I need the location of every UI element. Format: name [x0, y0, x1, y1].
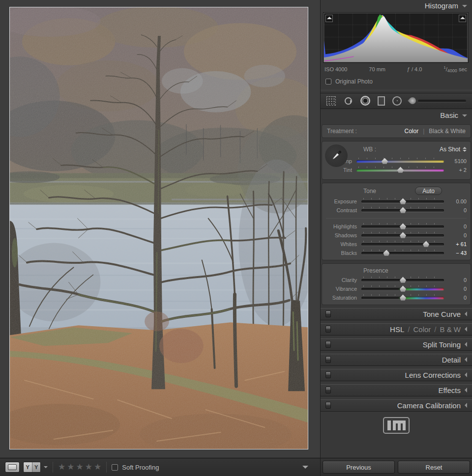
spot-removal-arrow-icon [350, 100, 354, 104]
color-title[interactable]: Color [413, 325, 431, 334]
before-after-dropdown-icon[interactable] [44, 466, 48, 470]
exposure-slider[interactable] [361, 197, 444, 205]
toolbar-options-dropdown-icon[interactable] [302, 466, 308, 469]
shadow-clipping-button[interactable] [325, 15, 333, 22]
focal-length-value: 70 mm [369, 66, 385, 72]
tone-label: Tone [363, 188, 376, 195]
original-photo-row: Original Photo [325, 78, 472, 85]
reset-button[interactable]: Reset [398, 461, 470, 474]
expand-triangle-icon[interactable] [465, 403, 467, 408]
basic-title: Basic [440, 111, 458, 119]
expand-triangle-icon[interactable] [465, 342, 467, 347]
highlights-slider[interactable] [361, 223, 444, 230]
panel-toggle-switch[interactable] [325, 371, 331, 378]
blacks-slider-track[interactable] [361, 252, 444, 254]
soft-proofing-label: Soft Proofing [122, 464, 159, 471]
star-icon[interactable]: ★ [85, 463, 92, 471]
vibrance-slider[interactable] [361, 285, 444, 293]
expand-triangle-icon[interactable] [465, 327, 467, 332]
expand-triangle-icon[interactable] [465, 372, 467, 377]
panel-toggle-switch[interactable] [325, 341, 331, 348]
temp-slider[interactable] [356, 157, 444, 165]
detail-panel-header[interactable]: Detail [321, 354, 472, 366]
title-separator: / [434, 325, 436, 334]
toolbar-divider [106, 462, 107, 473]
tint-slider[interactable] [356, 166, 444, 174]
treatment-bw-option[interactable]: Black & White [429, 128, 466, 135]
before-view-label[interactable]: Y [24, 462, 32, 472]
auto-tone-button[interactable]: Auto [415, 187, 442, 195]
shadows-slider[interactable] [361, 231, 444, 239]
expand-triangle-icon[interactable] [465, 311, 467, 316]
star-rating[interactable]: ★★★★★ [58, 463, 101, 471]
before-after-button[interactable]: Y Y [23, 462, 41, 473]
panel-toggle-switch[interactable] [325, 356, 331, 363]
crop-overlay-tool[interactable] [326, 96, 336, 106]
graduated-filter-tool[interactable] [378, 96, 385, 106]
radial-filter-tool[interactable] [392, 96, 402, 106]
treatment-divider: | [423, 128, 424, 135]
im-logo-glyph [387, 420, 391, 430]
lens-corrections-title: Lens Corrections [405, 371, 461, 379]
collapse-triangle-icon[interactable] [462, 114, 467, 117]
after-view-label[interactable]: Y [32, 462, 41, 472]
collapse-triangle-icon[interactable] [462, 5, 467, 7]
temp-value: 5100 [444, 158, 467, 164]
tone-section: Tone Auto Exposure 0.00 Contrast 0 Highl… [322, 183, 471, 260]
hsl-panel-header[interactable]: HSL / Color / B & W [321, 323, 472, 336]
slider-ticks [358, 158, 442, 159]
panel-toggle-switch[interactable] [325, 387, 331, 393]
star-icon[interactable]: ★ [76, 463, 84, 471]
adjustment-brush-tool[interactable] [409, 97, 466, 104]
effects-panel-header[interactable]: Effects [321, 384, 472, 396]
contrast-slider[interactable] [361, 206, 444, 214]
basic-panel-header[interactable]: Basic [321, 109, 472, 122]
original-photo-checkbox[interactable] [325, 79, 331, 84]
exif-readout: ISO 4000 70 mm ƒ / 4.0 1/4000 sec [324, 65, 467, 73]
loupe-view-button[interactable] [5, 462, 20, 473]
photo-canvas[interactable] [9, 7, 308, 449]
im-logo[interactable] [383, 417, 410, 434]
bw-title[interactable]: B & W [440, 325, 461, 334]
expand-triangle-icon[interactable] [465, 357, 467, 362]
temp-slider-track[interactable] [356, 160, 444, 163]
clarity-slider[interactable] [361, 276, 444, 284]
lens-corrections-panel-header[interactable]: Lens Corrections [321, 369, 472, 381]
camera-calibration-panel-header[interactable]: Camera Calibration [321, 399, 472, 412]
vibrance-value: 0 [444, 286, 467, 292]
blacks-slider[interactable] [361, 249, 444, 257]
panel-toggle-switch[interactable] [325, 326, 331, 333]
vibrance-slider-row: Vibrance 0 [326, 284, 467, 293]
saturation-value: 0 [444, 295, 467, 301]
clarity-slider-row: Clarity 0 [326, 276, 467, 284]
soft-proofing-checkbox[interactable] [112, 464, 118, 471]
expand-triangle-icon[interactable] [465, 388, 467, 392]
brush-icon [408, 96, 417, 106]
saturation-slider[interactable] [361, 294, 444, 302]
panel-toggle-switch[interactable] [325, 402, 331, 409]
treatment-color-option[interactable]: Color [404, 128, 418, 135]
panel-toggle-switch[interactable] [325, 310, 331, 317]
treatment-row: Treatment : Color | Black & White [322, 124, 471, 138]
previous-button[interactable]: Previous [323, 461, 395, 474]
brush-slider-track [418, 100, 466, 102]
highlight-clipping-button[interactable] [459, 15, 466, 22]
split-toning-panel-header[interactable]: Split Toning [321, 338, 472, 351]
wb-preset-dropdown[interactable]: As Shot [440, 146, 467, 153]
hsl-title[interactable]: HSL [390, 325, 404, 334]
histogram[interactable] [324, 13, 468, 62]
red-eye-tool[interactable] [360, 96, 370, 106]
whites-slider[interactable] [361, 240, 444, 248]
spot-removal-tool[interactable] [343, 96, 353, 106]
whites-value: + 61 [444, 241, 467, 247]
star-icon[interactable]: ★ [94, 463, 101, 471]
clipping-triangle-icon [327, 17, 332, 19]
detail-title: Detail [442, 356, 461, 364]
star-icon[interactable]: ★ [58, 463, 65, 471]
tone-curve-panel-header[interactable]: Tone Curve [321, 308, 472, 320]
blacks-value: − 43 [444, 250, 467, 256]
star-icon[interactable]: ★ [67, 463, 74, 471]
whites-slider-track[interactable] [361, 243, 444, 246]
histogram-panel-header[interactable]: Histogram [321, 0, 472, 11]
wb-eyedropper-button[interactable] [325, 144, 348, 167]
